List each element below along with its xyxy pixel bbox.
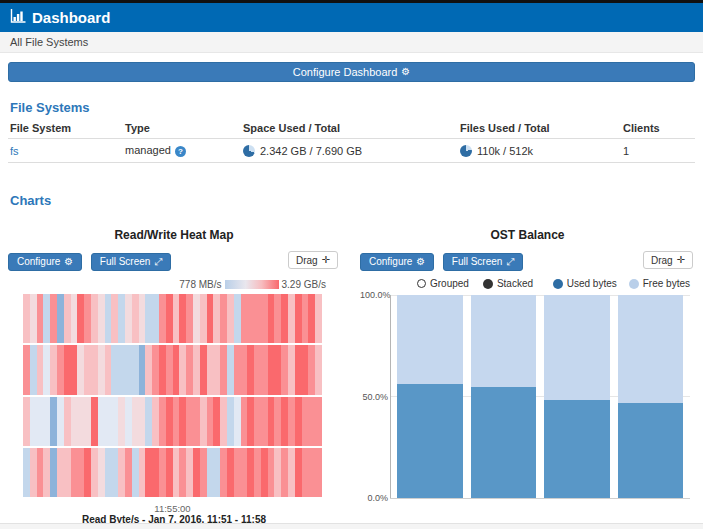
heatmap-cell[interactable]	[302, 397, 309, 446]
heatmap-cell[interactable]	[118, 448, 125, 497]
heatmap-cell[interactable]	[295, 345, 302, 394]
heatmap-cell[interactable]	[268, 397, 275, 446]
heatmap-cell[interactable]	[23, 294, 30, 343]
heatmap-cell[interactable]	[118, 345, 125, 394]
heatmap-cell[interactable]	[193, 345, 200, 394]
heatmap-cell[interactable]	[274, 345, 281, 394]
heatmap-cell[interactable]	[50, 397, 57, 446]
heatmap-cell[interactable]	[145, 294, 152, 343]
heatmap-cell[interactable]	[213, 397, 220, 446]
heatmap-cell[interactable]	[152, 345, 159, 394]
heatmap-cell[interactable]	[254, 448, 261, 497]
heatmap-cell[interactable]	[111, 397, 118, 446]
heatmap-cell[interactable]	[186, 448, 193, 497]
heatmap-cell[interactable]	[234, 294, 241, 343]
heatmap-cell[interactable]	[315, 448, 322, 497]
heatmap-cell[interactable]	[91, 294, 98, 343]
heatmap-fullscreen-button[interactable]: Full Screen ⤢	[91, 253, 172, 271]
heatmap-cell[interactable]	[132, 345, 139, 394]
heatmap-cell[interactable]	[288, 448, 295, 497]
heatmap-cell[interactable]	[200, 294, 207, 343]
heatmap-cell[interactable]	[84, 448, 91, 497]
heatmap-cell[interactable]	[132, 397, 139, 446]
heatmap-cell[interactable]	[84, 294, 91, 343]
heatmap-cell[interactable]	[71, 448, 78, 497]
heatmap-cell[interactable]	[105, 345, 112, 394]
heatmap-cell[interactable]	[315, 345, 322, 394]
heatmap-cell[interactable]	[241, 397, 248, 446]
heatmap-cell[interactable]	[71, 397, 78, 446]
heatmap-cell[interactable]	[57, 448, 64, 497]
heatmap-cell[interactable]	[98, 345, 105, 394]
heatmap-cell[interactable]	[145, 397, 152, 446]
heatmap-cell[interactable]	[254, 345, 261, 394]
heatmap-cell[interactable]	[247, 294, 254, 343]
heatmap-cell[interactable]	[179, 448, 186, 497]
heatmap-cell[interactable]	[207, 448, 214, 497]
heatmap-cell[interactable]	[43, 448, 50, 497]
heatmap-cell[interactable]	[193, 397, 200, 446]
heatmap-cell[interactable]	[179, 294, 186, 343]
heatmap-cell[interactable]	[152, 294, 159, 343]
heatmap-cell[interactable]	[50, 448, 57, 497]
heatmap-cell[interactable]	[227, 294, 234, 343]
help-icon[interactable]: ?	[175, 146, 186, 157]
heatmap-cell[interactable]	[152, 448, 159, 497]
heatmap-cell[interactable]	[159, 448, 166, 497]
heatmap-cell[interactable]	[125, 397, 132, 446]
heatmap-cell[interactable]	[30, 294, 37, 343]
heatmap-cell[interactable]	[173, 294, 180, 343]
heatmap-cell[interactable]	[234, 397, 241, 446]
heatmap-cell[interactable]	[145, 345, 152, 394]
ost-configure-button[interactable]: Configure ⚙	[360, 253, 434, 271]
heatmap-cell[interactable]	[261, 345, 268, 394]
heatmap-cell[interactable]	[71, 294, 78, 343]
heatmap-cell[interactable]	[288, 345, 295, 394]
heatmap-cell[interactable]	[105, 448, 112, 497]
heatmap-cell[interactable]	[234, 448, 241, 497]
heatmap-cell[interactable]	[186, 294, 193, 343]
heatmap-cell[interactable]	[50, 345, 57, 394]
heatmap-cell[interactable]	[315, 397, 322, 446]
heatmap-cell[interactable]	[281, 448, 288, 497]
heatmap-grid[interactable]	[23, 294, 322, 497]
heatmap-cell[interactable]	[207, 397, 214, 446]
heatmap-cell[interactable]	[64, 397, 71, 446]
heatmap-cell[interactable]	[98, 294, 105, 343]
heatmap-cell[interactable]	[105, 397, 112, 446]
heatmap-cell[interactable]	[173, 345, 180, 394]
heatmap-cell[interactable]	[139, 345, 146, 394]
heatmap-cell[interactable]	[23, 448, 30, 497]
file-system-link[interactable]: fs	[10, 145, 19, 157]
heatmap-cell[interactable]	[268, 294, 275, 343]
heatmap-cell[interactable]	[139, 294, 146, 343]
stacked-radio[interactable]: Stacked	[483, 278, 533, 289]
heatmap-cell[interactable]	[105, 294, 112, 343]
heatmap-cell[interactable]	[23, 397, 30, 446]
heatmap-cell[interactable]	[213, 345, 220, 394]
heatmap-cell[interactable]	[186, 345, 193, 394]
heatmap-cell[interactable]	[247, 448, 254, 497]
heatmap-cell[interactable]	[173, 448, 180, 497]
heatmap-cell[interactable]	[254, 397, 261, 446]
heatmap-cell[interactable]	[159, 397, 166, 446]
heatmap-cell[interactable]	[315, 294, 322, 343]
ost-bar[interactable]	[544, 295, 610, 498]
heatmap-cell[interactable]	[30, 397, 37, 446]
heatmap-cell[interactable]	[295, 448, 302, 497]
app-brand[interactable]: Dashboard	[10, 9, 110, 27]
heatmap-cell[interactable]	[220, 397, 227, 446]
heatmap-cell[interactable]	[91, 345, 98, 394]
heatmap-configure-button[interactable]: Configure ⚙	[8, 253, 82, 271]
heatmap-cell[interactable]	[91, 397, 98, 446]
heatmap-cell[interactable]	[64, 294, 71, 343]
heatmap-cell[interactable]	[274, 294, 281, 343]
heatmap-cell[interactable]	[288, 397, 295, 446]
heatmap-cell[interactable]	[207, 294, 214, 343]
heatmap-cell[interactable]	[132, 294, 139, 343]
heatmap-cell[interactable]	[268, 448, 275, 497]
heatmap-cell[interactable]	[30, 345, 37, 394]
configure-dashboard-button[interactable]: Configure Dashboard ⚙	[8, 62, 695, 82]
free-bytes-legend-item[interactable]: Free bytes	[629, 278, 690, 289]
heatmap-cell[interactable]	[145, 448, 152, 497]
